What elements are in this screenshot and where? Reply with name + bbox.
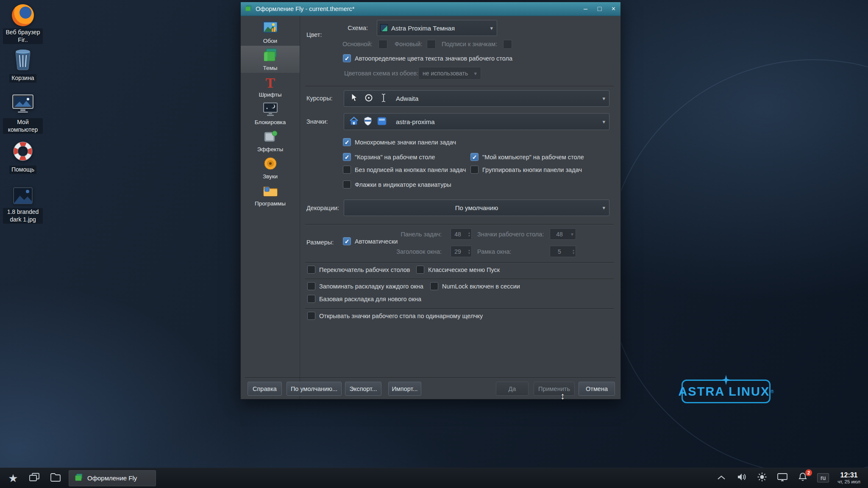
volume-button[interactable]	[736, 471, 748, 484]
start-menu-button[interactable]: ★	[7, 471, 19, 485]
chevron-down-icon: ▾	[602, 95, 605, 102]
checkbox-auto-icon-text-color[interactable]: Автоопределение цвета текста значков раб…	[343, 54, 512, 62]
checkbox-flags-indicator[interactable]: Флажки в индикаторе клавиатуры	[343, 180, 451, 189]
window-title-size-spinbox[interactable]: 29 ▴▾	[451, 246, 472, 257]
checkbox-box	[343, 166, 351, 174]
checkbox-label: Автоопределение цвета текста значков раб…	[355, 55, 512, 62]
sidebar-item-wallpaper[interactable]: Обои	[241, 19, 300, 46]
checkbox-desktop-switcher[interactable]: Переключатель рабочих столов	[307, 266, 410, 274]
notifications-badge: 2	[805, 469, 812, 476]
primary-color-swatch[interactable]	[378, 40, 387, 49]
cancel-button[interactable]: Отмена	[579, 382, 615, 396]
checkbox-no-captions[interactable]: Без подписей на кнопках панели задач	[343, 166, 466, 174]
checkbox-label: Монохромные значки панели задач	[355, 139, 456, 146]
checkbox-classic-start-menu[interactable]: Классическое меню Пуск	[416, 266, 500, 274]
desktop-icon-label: 1.8 branded dark 1.jpg	[3, 208, 43, 224]
brightness-button[interactable]	[756, 471, 768, 484]
checkbox-label: Переключатель рабочих столов	[319, 266, 410, 273]
frame-size-spinbox[interactable]: 5 ▴▾	[550, 246, 576, 257]
fonts-icon: T	[265, 75, 275, 91]
checkbox-trash-on-desktop[interactable]: "Корзина" на рабочем столе	[343, 153, 435, 161]
chevron-down-icon: ▾	[571, 231, 573, 237]
ibeam-cursor-icon	[381, 93, 387, 104]
shield-icon	[364, 116, 372, 127]
lockscreen-icon	[262, 102, 279, 118]
window-titlebar[interactable]: Оформление Fly - current.themerc* – □ ×	[241, 2, 620, 16]
lifebuoy-icon	[12, 141, 33, 164]
sidebar-item-fonts[interactable]: T Шрифты	[241, 73, 300, 100]
wallpaper-scheme-value: не использовать	[423, 70, 468, 77]
desktop-icon-my-computer[interactable]: Мой компьютер	[3, 94, 43, 134]
wallpaper-scheme-select[interactable]: не использовать ▾	[418, 67, 481, 80]
sidebar-item-themes[interactable]: Темы	[241, 46, 300, 73]
taskbar-task-fly-appearance[interactable]: Оформление Fly	[69, 470, 156, 486]
checkbox-base-layout[interactable]: Базовая раскладка для нового окна	[307, 295, 421, 303]
sidebar-item-sounds[interactable]: Звуки	[241, 154, 300, 181]
mouse-cursor: ↕	[560, 391, 565, 402]
effects-icon	[262, 129, 279, 145]
astra-logo-trademark: ®	[771, 389, 773, 394]
close-button[interactable]: ×	[606, 2, 620, 16]
notifications-button[interactable]: 2	[797, 471, 809, 484]
taskbar-size-spinbox[interactable]: 48 ▴▾	[451, 228, 472, 240]
desktop-icon-help[interactable]: Помощь	[3, 141, 43, 174]
desktop-icon-trash[interactable]: Корзина	[3, 48, 43, 83]
desktop-icon-firefox[interactable]: Веб браузер Fir..	[3, 4, 43, 44]
sidebar-item-label: Звуки	[263, 173, 278, 180]
fly-appearance-app-icon	[74, 473, 83, 483]
keyboard-layout-indicator[interactable]: ru	[817, 473, 829, 482]
window-app-icon	[245, 5, 252, 14]
help-button[interactable]: Справка	[248, 382, 282, 396]
checkbox-label: "Мой компьютер" на рабочем столе	[482, 154, 584, 161]
checkbox-box	[307, 295, 315, 303]
color-scheme-value: Astra Proxima Темная	[391, 25, 455, 32]
maximize-button[interactable]: □	[593, 2, 606, 16]
checkbox-auto-sizes[interactable]: Автоматически	[343, 237, 398, 245]
desktop-icons-size-combo[interactable]: 48 ▾	[550, 228, 576, 240]
separator	[305, 86, 614, 87]
file-manager-button[interactable]	[49, 471, 62, 485]
sidebar-item-label: Эффекты	[257, 146, 283, 152]
checkbox-group-buttons[interactable]: Группировать кнопки панели задач	[470, 166, 582, 174]
icon-theme-select[interactable]: astra-proxima ▾	[344, 113, 609, 130]
checkbox-numlock[interactable]: NumLock включен в сессии	[430, 282, 520, 290]
spin-arrows-icon: ▴▾	[468, 231, 470, 237]
primary-color-label: Основной:	[342, 41, 373, 47]
spin-arrows-icon: ▴▾	[573, 249, 574, 255]
tray-expand-button[interactable]	[715, 471, 727, 484]
icon-captions-color-swatch[interactable]	[503, 40, 512, 49]
taskbar-size-label: Панель задач:	[376, 231, 442, 238]
checkbox-remember-layout[interactable]: Запоминать раскладку каждого окна	[307, 282, 423, 290]
star-icon: ★	[8, 473, 18, 484]
checkbox-box	[343, 153, 351, 161]
checkbox-single-click-open[interactable]: Открывать значки рабочего стола по одина…	[307, 312, 483, 320]
color-scheme-select[interactable]: Astra Proxima Темная ▾	[377, 20, 497, 36]
icon-theme-value: astra-proxima	[396, 118, 435, 125]
separator	[245, 377, 615, 378]
clock[interactable]: 12:31 чт, 25 июл	[837, 471, 863, 485]
decorations-select[interactable]: По умолчанию ▾	[344, 200, 609, 216]
minimize-button[interactable]: –	[579, 2, 593, 16]
checkbox-mono-taskbar-icons[interactable]: Монохромные значки панели задач	[343, 138, 456, 146]
sidebar-item-lockscreen[interactable]: Блокировка	[241, 100, 300, 127]
window-list-button[interactable]	[28, 471, 41, 485]
sidebar-item-programs[interactable]: Программы	[241, 181, 300, 208]
import-button[interactable]: Импорт...	[388, 382, 421, 396]
desktop-icon-image-file[interactable]: 1.8 branded dark 1.jpg	[3, 187, 43, 224]
desktop-icon-label: Помощь	[9, 166, 36, 174]
yes-button[interactable]: Да	[496, 382, 529, 396]
folder-icon	[50, 473, 61, 484]
defaults-button[interactable]: По умолчанию...	[287, 382, 342, 396]
apply-button[interactable]: Применить	[534, 382, 575, 396]
sidebar-item-effects[interactable]: Эффекты	[241, 127, 300, 154]
display-settings-button[interactable]	[776, 471, 788, 484]
icons-label: Значки:	[306, 118, 328, 125]
cursors-select[interactable]: Adwaita ▾	[344, 90, 609, 107]
sidebar-item-label: Темы	[263, 65, 278, 71]
checkbox-box	[307, 312, 315, 320]
checkbox-computer-on-desktop[interactable]: "Мой компьютер" на рабочем столе	[470, 153, 584, 161]
background-color-swatch[interactable]	[427, 40, 436, 49]
astra-linux-logo: ASTRA LINUX®	[682, 380, 771, 403]
export-button[interactable]: Экспорт...	[345, 382, 381, 396]
sidebar-item-label: Программы	[255, 200, 286, 207]
